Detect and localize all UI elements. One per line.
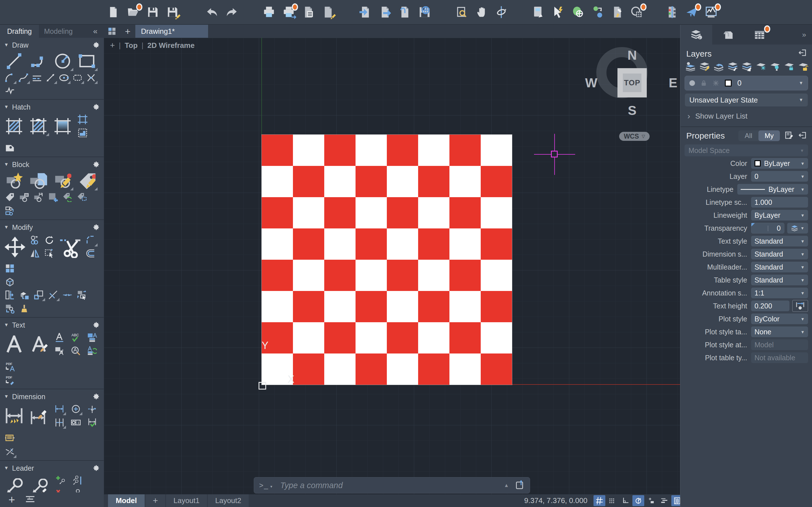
spline-tool-icon[interactable] bbox=[17, 72, 29, 83]
layer-state-dropdown[interactable]: Unsaved Layer State ▼ bbox=[684, 93, 808, 107]
update-dimension-icon[interactable] bbox=[4, 433, 16, 444]
collapse-panel-button[interactable]: « bbox=[87, 25, 104, 38]
scale-tool-icon[interactable] bbox=[33, 289, 45, 300]
layer-freeze-state-icon[interactable] bbox=[712, 80, 719, 87]
color-dropdown[interactable]: ByLayer▼ bbox=[751, 158, 808, 169]
lineweight-dropdown[interactable]: ByLayer▼ bbox=[751, 210, 808, 221]
gear-icon[interactable] bbox=[93, 103, 100, 111]
filter-all[interactable]: All bbox=[739, 130, 758, 141]
dimension-style-dropdown[interactable]: Standard▼ bbox=[751, 249, 808, 260]
break-tool-icon[interactable] bbox=[85, 72, 97, 83]
attribute-display-icon[interactable] bbox=[76, 191, 88, 203]
attribute-tag-icon[interactable] bbox=[4, 191, 16, 203]
jogged-dimension-icon[interactable]: X bbox=[4, 446, 16, 457]
etransmit-icon[interactable] bbox=[418, 5, 432, 19]
plot-style-edit-icon[interactable] bbox=[321, 5, 335, 19]
copy-tool-icon[interactable] bbox=[29, 235, 41, 246]
gear-icon[interactable] bbox=[93, 161, 100, 168]
dimension-style-icon[interactable] bbox=[29, 406, 49, 425]
annotation-scale-dropdown[interactable]: 1:1▼ bbox=[751, 288, 808, 298]
linetype-dropdown[interactable]: ByLayer▼ bbox=[737, 184, 808, 194]
save-file-icon[interactable] bbox=[146, 5, 160, 19]
clean-tool-icon[interactable] bbox=[18, 303, 30, 314]
customize-properties-icon[interactable] bbox=[785, 131, 794, 140]
tab-layers-palette[interactable]: i bbox=[680, 25, 712, 45]
chevron-down-icon[interactable]: ▼ bbox=[799, 80, 803, 86]
pan-hand-icon[interactable] bbox=[475, 5, 488, 19]
command-history-caret[interactable]: ▲ bbox=[504, 483, 509, 489]
add-tool-button[interactable]: + bbox=[8, 494, 15, 506]
tab-drafting[interactable]: Drafting bbox=[0, 25, 39, 38]
edit-block-icon[interactable] bbox=[52, 171, 73, 190]
ellipse-tool-icon[interactable] bbox=[58, 72, 70, 83]
gradient-tool-icon[interactable] bbox=[52, 117, 73, 135]
region-tool-icon[interactable] bbox=[4, 143, 16, 154]
line-tool-icon[interactable] bbox=[4, 52, 24, 70]
page-setup-icon[interactable] bbox=[302, 5, 315, 19]
helix-tool-icon[interactable] bbox=[4, 85, 16, 96]
dimension-tool-icon[interactable] bbox=[4, 406, 24, 425]
print-icon[interactable] bbox=[262, 5, 276, 19]
text-frame-icon[interactable] bbox=[86, 332, 98, 343]
text-update-icon[interactable] bbox=[86, 345, 98, 356]
gear-icon[interactable] bbox=[93, 393, 100, 400]
zoom-window-icon[interactable] bbox=[455, 5, 469, 19]
revision-cloud-tool-icon[interactable] bbox=[71, 72, 84, 83]
object-snap-toggle[interactable] bbox=[645, 495, 657, 506]
circle-tool-icon[interactable] bbox=[52, 52, 73, 70]
block-table-icon[interactable] bbox=[18, 191, 30, 203]
section-collapse-icon[interactable]: ▼ bbox=[4, 322, 9, 328]
plot-style-table-dropdown[interactable]: None▼ bbox=[751, 327, 808, 337]
purge-icon[interactable] bbox=[611, 5, 624, 19]
create-block-icon[interactable] bbox=[4, 171, 24, 190]
linetype-scale-input[interactable]: 1.000 bbox=[751, 197, 808, 208]
viewcube-face[interactable]: TOP bbox=[617, 68, 647, 98]
command-share-icon[interactable] bbox=[515, 480, 525, 491]
viewcube-south[interactable]: S bbox=[628, 103, 637, 118]
fillet-tool-icon[interactable] bbox=[85, 235, 97, 246]
quick-dimension-icon[interactable] bbox=[54, 403, 65, 414]
dimension-break-icon[interactable] bbox=[86, 403, 98, 414]
offset-tool-icon[interactable] bbox=[85, 248, 97, 260]
redo-icon[interactable] bbox=[225, 5, 239, 19]
point-style-icon[interactable] bbox=[591, 5, 605, 19]
change-space-tool-icon[interactable] bbox=[4, 303, 16, 314]
select-similar-tool-icon[interactable] bbox=[43, 248, 55, 260]
new-file-icon[interactable] bbox=[107, 5, 120, 19]
tab-model[interactable]: Model bbox=[108, 494, 145, 507]
more-palettes-button[interactable]: » bbox=[796, 25, 812, 45]
layer-edit-icon[interactable] bbox=[699, 61, 710, 72]
single-line-text-icon[interactable] bbox=[54, 332, 65, 343]
section-collapse-icon[interactable]: ▼ bbox=[4, 104, 9, 110]
viewport-visual-style-control[interactable]: 2D Wireframe bbox=[147, 41, 195, 50]
batch-print-icon[interactable] bbox=[282, 5, 296, 19]
drawing-compare-icon[interactable] bbox=[665, 5, 679, 19]
layer-on-icon[interactable] bbox=[689, 80, 695, 86]
add-leader-icon[interactable] bbox=[55, 475, 66, 486]
viewport-view-control[interactable]: Top bbox=[124, 41, 138, 50]
explode-3d-tool-icon[interactable] bbox=[4, 276, 16, 288]
array-tool-icon[interactable] bbox=[4, 263, 16, 274]
multileader-style-dropdown[interactable]: Standard▼ bbox=[751, 262, 808, 272]
command-prompt-icon[interactable]: >_▾ bbox=[259, 481, 273, 490]
grid-toggle[interactable] bbox=[594, 495, 605, 506]
stretch-tool-icon[interactable] bbox=[4, 289, 16, 300]
boundary-tool-icon[interactable] bbox=[77, 114, 89, 125]
snap-toggle[interactable] bbox=[606, 495, 618, 506]
tab-sheets-palette[interactable] bbox=[744, 25, 775, 45]
text-style-dropdown[interactable]: Standard▼ bbox=[751, 236, 808, 246]
write-block-icon[interactable] bbox=[33, 191, 45, 203]
gear-icon[interactable] bbox=[93, 321, 100, 329]
text-align-icon[interactable] bbox=[54, 345, 65, 356]
extend-tool-icon[interactable] bbox=[47, 289, 59, 300]
rectangle-tool-icon[interactable] bbox=[77, 52, 97, 70]
import-file-icon[interactable] bbox=[359, 5, 372, 19]
layer-freeze-icon[interactable] bbox=[756, 61, 766, 72]
panel-popout-icon[interactable] bbox=[799, 48, 807, 59]
quick-select-icon[interactable] bbox=[552, 5, 565, 19]
align-leaders-icon[interactable] bbox=[71, 475, 84, 486]
trim-tool-icon[interactable] bbox=[58, 234, 82, 260]
layer-isolate-icon[interactable] bbox=[727, 61, 738, 72]
pdf-import-text-icon[interactable]: PDF bbox=[4, 361, 16, 372]
align-tool-icon[interactable] bbox=[76, 289, 88, 300]
